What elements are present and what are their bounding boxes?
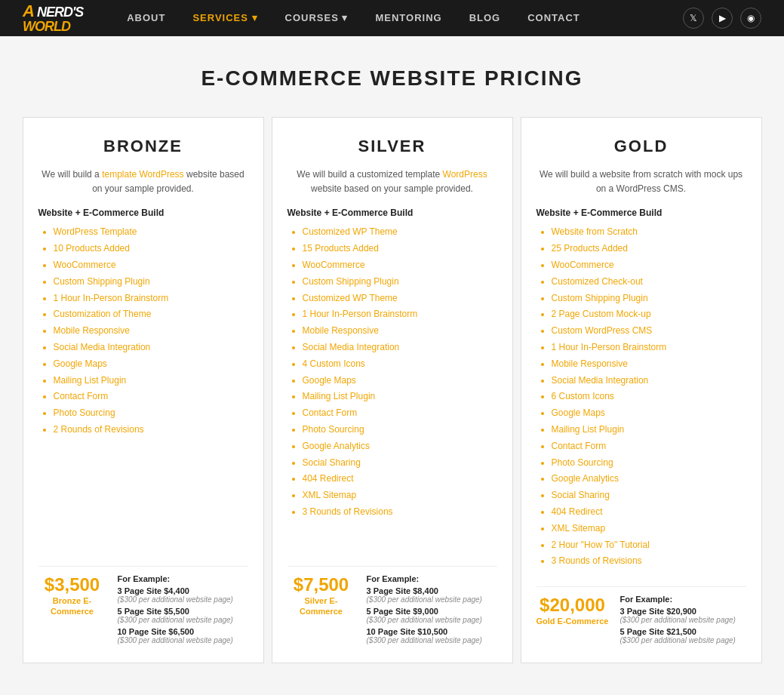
list-item: Google Analytics bbox=[552, 472, 746, 485]
price-item: 5 Page Site $9,000 ($300 per additional … bbox=[367, 607, 497, 624]
nav-social: 𝕏 ▶ ◉ bbox=[683, 8, 761, 29]
bronze-link[interactable]: template WordPress bbox=[102, 169, 184, 180]
list-item: WordPress Template bbox=[54, 226, 248, 238]
price-item: 10 Page Site $10,500 ($300 per additiona… bbox=[367, 627, 497, 644]
gold-label: Gold E-Commerce bbox=[537, 616, 609, 626]
list-item: Social Media Integration bbox=[303, 341, 497, 354]
price-item: 10 Page Site $6,500 ($300 per additional… bbox=[118, 627, 248, 644]
list-item: Custom Shipping Plugin bbox=[303, 275, 497, 288]
list-item: Mailing List Plugin bbox=[54, 374, 248, 387]
list-item: 1 Hour In-Person Brainstorm bbox=[54, 292, 248, 305]
silver-big-price: $7,500 Silver E-Commerce bbox=[287, 574, 355, 617]
nav-blog[interactable]: BLOG bbox=[456, 0, 515, 36]
list-item: Mailing List Plugin bbox=[552, 423, 746, 436]
silver-pricing: $7,500 Silver E-Commerce For Example: 3 … bbox=[287, 566, 497, 647]
bronze-big-price: $3,500 Bronze E-Commerce bbox=[38, 574, 106, 617]
silver-amount: $7,500 bbox=[287, 574, 355, 595]
list-item: Custom Shipping Plugin bbox=[552, 292, 746, 305]
silver-label: Silver E-Commerce bbox=[287, 595, 355, 617]
twitter-icon[interactable]: 𝕏 bbox=[683, 8, 704, 29]
bronze-desc: We will build a template WordPress websi… bbox=[38, 168, 248, 196]
bronze-features: WordPress Template 10 Products Added Woo… bbox=[38, 226, 248, 551]
list-item: 10 Products Added bbox=[54, 242, 248, 255]
list-item: 4 Custom Icons bbox=[303, 358, 497, 371]
gold-section-header: Website + E-Commerce Build bbox=[537, 208, 746, 218]
list-item: Photo Sourcing bbox=[303, 423, 497, 436]
list-item: 15 Products Added bbox=[303, 242, 497, 255]
list-item: Customization of Theme bbox=[54, 308, 248, 321]
nav-about[interactable]: ABOUT bbox=[113, 0, 179, 36]
list-item: 3 Rounds of Revisions bbox=[303, 506, 497, 518]
price-item: 5 Page Site $21,500 ($300 per additional… bbox=[620, 627, 746, 644]
list-item: Custom Shipping Plugin bbox=[54, 275, 248, 288]
list-item: Customized Check-out bbox=[552, 275, 746, 288]
bronze-label: Bronze E-Commerce bbox=[38, 595, 106, 617]
list-item: 1 Hour In-Person Brainstorm bbox=[552, 341, 746, 354]
list-item: WooCommerce bbox=[552, 259, 746, 272]
list-item: Mobile Responsive bbox=[303, 324, 497, 337]
list-item: 1 Hour In-Person Brainstorm bbox=[303, 308, 497, 321]
list-item: 2 Hour "How To" Tutorial bbox=[552, 539, 746, 552]
bronze-pricing: $3,500 Bronze E-Commerce For Example: 3 … bbox=[38, 566, 248, 647]
logo[interactable]: A NERD'S WORLD bbox=[23, 3, 83, 33]
list-item: Google Analytics bbox=[303, 440, 497, 453]
price-item: 5 Page Site $5,500 ($300 per additional … bbox=[118, 607, 248, 624]
page-title-section: E-COMMERCE WEBSITE PRICING bbox=[0, 36, 784, 113]
gold-features: Website from Scratch 25 Products Added W… bbox=[537, 226, 746, 571]
silver-features: Customized WP Theme 15 Products Added Wo… bbox=[287, 226, 497, 551]
nav-mentoring[interactable]: MENTORING bbox=[361, 0, 455, 36]
gold-pricing: $20,000 Gold E-Commerce For Example: 3 P… bbox=[537, 586, 746, 647]
list-item: Photo Sourcing bbox=[552, 457, 746, 469]
list-item: 6 Custom Icons bbox=[552, 390, 746, 403]
list-item: Customized WP Theme bbox=[303, 226, 497, 238]
list-item: 2 Page Custom Mock-up bbox=[552, 308, 746, 321]
price-item: 3 Page Site $4,400 ($300 per additional … bbox=[118, 586, 248, 604]
youtube-icon[interactable]: ▶ bbox=[712, 8, 733, 29]
bronze-for-example: For Example: bbox=[118, 574, 248, 583]
price-item: 3 Page Site $20,900 ($300 per additional… bbox=[620, 607, 746, 624]
list-item: Social Media Integration bbox=[54, 341, 248, 354]
nav-links: ABOUT SERVICES ▾ COURSES ▾ MENTORING BLO… bbox=[113, 0, 683, 36]
list-item: Mailing List Plugin bbox=[303, 390, 497, 403]
list-item: XML Sitemap bbox=[552, 522, 746, 535]
nav-contact[interactable]: CONTACT bbox=[514, 0, 594, 36]
pricing-grid: BRONZE We will build a template WordPres… bbox=[8, 113, 777, 667]
list-item: Website from Scratch bbox=[552, 226, 746, 238]
list-item: Customized WP Theme bbox=[303, 292, 497, 305]
list-item: 404 Redirect bbox=[303, 472, 497, 485]
list-item: Google Maps bbox=[54, 358, 248, 371]
navigation: A NERD'S WORLD ABOUT SERVICES ▾ COURSES … bbox=[0, 0, 784, 36]
gold-big-price: $20,000 Gold E-Commerce bbox=[537, 595, 609, 626]
silver-link[interactable]: WordPress bbox=[443, 169, 487, 180]
silver-examples: For Example: 3 Page Site $8,400 ($300 pe… bbox=[367, 574, 497, 647]
gold-title: GOLD bbox=[537, 137, 746, 156]
list-item: Google Maps bbox=[303, 374, 497, 387]
list-item: 25 Products Added bbox=[552, 242, 746, 255]
nav-courses[interactable]: COURSES ▾ bbox=[272, 0, 362, 36]
list-item: Contact Form bbox=[552, 440, 746, 453]
silver-card: SILVER We will build a customized templa… bbox=[272, 117, 513, 663]
silver-for-example: For Example: bbox=[367, 574, 497, 583]
price-item: 3 Page Site $8,400 ($300 per additional … bbox=[367, 586, 497, 604]
gold-amount: $20,000 bbox=[537, 595, 609, 616]
list-item: Social Media Integration bbox=[552, 374, 746, 387]
gold-desc: We will build a website from scratch wit… bbox=[537, 168, 746, 196]
instagram-icon[interactable]: ◉ bbox=[740, 8, 761, 29]
list-item: Contact Form bbox=[54, 390, 248, 403]
list-item: Google Maps bbox=[552, 407, 746, 420]
gold-card: GOLD We will build a website from scratc… bbox=[521, 117, 762, 663]
gold-for-example: For Example: bbox=[620, 595, 746, 604]
list-item: Social Sharing bbox=[303, 457, 497, 469]
list-item: WooCommerce bbox=[303, 259, 497, 272]
list-item: Contact Form bbox=[303, 407, 497, 420]
list-item: XML Sitemap bbox=[303, 489, 497, 502]
silver-desc: We will build a customized template Word… bbox=[287, 168, 497, 196]
list-item: 3 Rounds of Revisions bbox=[552, 555, 746, 567]
list-item: Custom WordPress CMS bbox=[552, 324, 746, 337]
bronze-examples: For Example: 3 Page Site $4,400 ($300 pe… bbox=[118, 574, 248, 647]
nav-services[interactable]: SERVICES ▾ bbox=[179, 0, 271, 36]
page-title: E-COMMERCE WEBSITE PRICING bbox=[15, 66, 769, 91]
silver-title: SILVER bbox=[287, 137, 497, 156]
bronze-section-header: Website + E-Commerce Build bbox=[38, 208, 248, 218]
bronze-amount: $3,500 bbox=[38, 574, 106, 595]
